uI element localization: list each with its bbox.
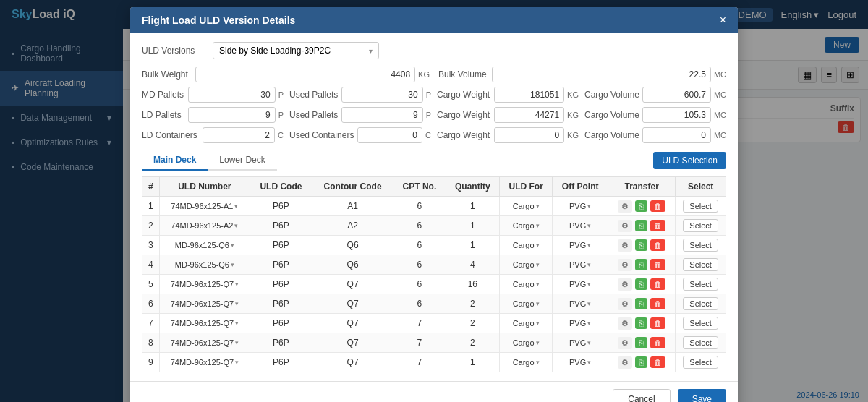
select-row-button[interactable]: Select: [683, 278, 718, 291]
gear-button[interactable]: ⚙: [618, 337, 632, 349]
cell-uld-for: Cargo ▾: [500, 216, 553, 236]
cargo-volume-2-input[interactable]: [642, 107, 711, 123]
cell-uld-for: Cargo ▾: [500, 275, 553, 294]
cell-quantity: 2: [446, 333, 500, 353]
md-pallets-unit: P: [278, 90, 284, 99]
cargo-weight-2-label: Cargo Weight: [437, 110, 491, 120]
select-row-button[interactable]: Select: [683, 239, 718, 252]
copy-button[interactable]: ⎘: [635, 337, 647, 348]
cargo-weight-2-input[interactable]: [494, 107, 564, 123]
delete-button[interactable]: 🗑: [650, 259, 665, 270]
copy-button[interactable]: ⎘: [635, 278, 647, 290]
tabs-row: Main Deck Lower Deck ULD Selection: [142, 150, 726, 171]
copy-button[interactable]: ⎘: [635, 220, 647, 231]
copy-button[interactable]: ⎘: [635, 239, 647, 251]
ld-containers-input[interactable]: [203, 127, 275, 143]
copy-button[interactable]: ⎘: [635, 356, 647, 368]
md-pallets-input[interactable]: [188, 87, 276, 103]
modal-footer: Cancel Save: [130, 381, 738, 402]
cell-off-point: PVG ▾: [553, 275, 608, 294]
delete-button[interactable]: 🗑: [650, 220, 665, 231]
cell-transfer: ⚙ ⎘ 🗑: [608, 275, 676, 294]
select-row-button[interactable]: Select: [683, 336, 718, 349]
cell-quantity: 2: [446, 294, 500, 314]
bulk-volume-input[interactable]: [492, 67, 711, 82]
save-button[interactable]: Save: [678, 389, 726, 402]
chevron-down-icon[interactable]: ▾: [235, 339, 239, 346]
cargo-volume-1-field: Cargo Volume MC: [584, 87, 726, 103]
cargo-volume-2-label: Cargo Volume: [584, 110, 639, 120]
used-pallets-2-input[interactable]: [341, 107, 423, 123]
tab-main-deck[interactable]: Main Deck: [142, 150, 208, 171]
used-containers-input[interactable]: [357, 127, 422, 143]
cell-uld-code: P6P: [250, 333, 312, 353]
md-pallets-label: MD Pallets: [142, 90, 185, 100]
select-row-button[interactable]: Select: [683, 317, 718, 330]
uld-versions-select[interactable]: Side by Side Loading-39P2C ▾: [213, 42, 379, 59]
gear-button[interactable]: ⚙: [618, 239, 632, 252]
gear-button[interactable]: ⚙: [618, 220, 632, 232]
gear-button[interactable]: ⚙: [618, 317, 632, 330]
copy-button[interactable]: ⎘: [635, 259, 647, 270]
chevron-down-icon[interactable]: ▾: [231, 241, 234, 249]
modal-dialog: Flight Load ULD Version Details × ULD Ve…: [130, 7, 738, 402]
delete-button[interactable]: 🗑: [650, 239, 665, 251]
used-pallets-1-input[interactable]: [341, 87, 423, 103]
select-row-button[interactable]: Select: [683, 200, 718, 213]
gear-button[interactable]: ⚙: [618, 259, 632, 271]
copy-button[interactable]: ⎘: [635, 200, 647, 212]
delete-button[interactable]: 🗑: [650, 298, 665, 309]
chevron-down-icon[interactable]: ▾: [235, 281, 239, 288]
uld-selection-button[interactable]: ULD Selection: [653, 152, 726, 169]
cancel-button[interactable]: Cancel: [613, 389, 670, 402]
cargo-volume-3-input[interactable]: [642, 127, 711, 143]
delete-button[interactable]: 🗑: [650, 200, 665, 212]
gear-button[interactable]: ⚙: [618, 298, 632, 310]
cargo-weight-3-input[interactable]: [494, 127, 564, 143]
select-row-button[interactable]: Select: [683, 258, 718, 271]
chevron-down-icon: ▾: [369, 47, 373, 55]
ld-pallets-input[interactable]: [188, 107, 276, 123]
cell-off-point: PVG ▾: [553, 255, 608, 275]
cell-select: Select: [676, 294, 726, 314]
table-row: 6 74MD-96x125-Q7 ▾ P6P Q7 6 2 Cargo ▾ PV…: [142, 294, 726, 314]
copy-button[interactable]: ⎘: [635, 317, 647, 329]
delete-button[interactable]: 🗑: [650, 317, 665, 329]
chevron-down-icon: ▾: [536, 202, 540, 210]
chevron-down-icon[interactable]: ▾: [231, 261, 234, 268]
cell-num: 4: [142, 255, 160, 275]
table-row: 4 MD-96x125-Q6 ▾ P6P Q6 6 4 Cargo ▾ PVG …: [142, 255, 726, 275]
delete-button[interactable]: 🗑: [650, 356, 665, 368]
gear-button[interactable]: ⚙: [618, 278, 632, 291]
select-row-button[interactable]: Select: [683, 297, 718, 310]
gear-button[interactable]: ⚙: [618, 200, 632, 213]
cargo-volume-3-label: Cargo Volume: [584, 130, 639, 140]
deck-tabs: Main Deck Lower Deck: [142, 150, 277, 171]
ld-containers-unit: C: [278, 131, 284, 140]
cell-transfer: ⚙ ⎘ 🗑: [608, 314, 676, 333]
cell-quantity: 2: [446, 314, 500, 333]
cargo-weight-1-input[interactable]: [494, 87, 564, 103]
gear-button[interactable]: ⚙: [618, 356, 632, 369]
delete-button[interactable]: 🗑: [650, 278, 665, 290]
chevron-down-icon[interactable]: ▾: [234, 222, 238, 229]
delete-button[interactable]: 🗑: [650, 337, 665, 348]
cell-select: Select: [676, 236, 726, 255]
chevron-down-icon[interactable]: ▾: [235, 359, 239, 366]
cargo-volume-1-input[interactable]: [642, 87, 711, 103]
bulk-weight-input[interactable]: [195, 67, 415, 82]
select-row-button[interactable]: Select: [683, 356, 718, 369]
chevron-down-icon[interactable]: ▾: [235, 300, 239, 307]
cell-uld-code: P6P: [250, 275, 312, 294]
copy-button[interactable]: ⎘: [635, 298, 647, 309]
modal-close-button[interactable]: ×: [720, 14, 726, 26]
table-row: 1 74MD-96x125-A1 ▾ P6P A1 6 1 Cargo ▾ PV…: [142, 197, 726, 216]
cell-transfer: ⚙ ⎘ 🗑: [608, 197, 676, 216]
select-row-button[interactable]: Select: [683, 219, 718, 232]
chevron-down-icon[interactable]: ▾: [234, 202, 238, 210]
cell-cpt: 6: [393, 275, 446, 294]
cell-uld-code: P6P: [250, 216, 312, 236]
chevron-down-icon[interactable]: ▾: [235, 320, 239, 327]
tab-lower-deck[interactable]: Lower Deck: [208, 150, 276, 171]
cell-contour: Q6: [312, 236, 393, 255]
